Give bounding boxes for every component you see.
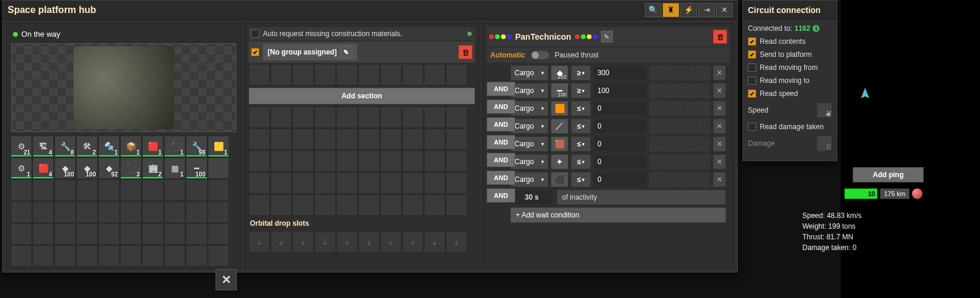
and-button[interactable]: AND: [487, 135, 515, 149]
inventory-slot[interactable]: [120, 245, 142, 267]
read-damage-checkbox[interactable]: [748, 123, 756, 131]
condition-operator-select[interactable]: ≤ ▾: [571, 101, 591, 116]
add-section-button[interactable]: Add section: [249, 88, 475, 104]
damage-signal-button[interactable]: D: [817, 136, 832, 151]
inventory-slot[interactable]: [33, 201, 54, 223]
map-view[interactable]: Add ping 10 175 km Speed: 48.83 km/s Wei…: [841, 0, 980, 298]
logistics-tree-icon[interactable]: ♜: [663, 3, 679, 17]
inventory-slot[interactable]: [208, 180, 229, 201]
request-slot[interactable]: [293, 194, 314, 216]
inventory-slot[interactable]: 📦1: [120, 136, 142, 157]
inventory-slot[interactable]: [186, 180, 207, 201]
condition-item-button[interactable]: 🟫: [551, 136, 568, 152]
edit-group-icon[interactable]: ✎: [340, 46, 352, 58]
inventory-slot[interactable]: ◆92: [98, 158, 120, 179]
request-slot[interactable]: [293, 129, 314, 150]
circuit-checkbox[interactable]: [748, 37, 756, 46]
delete-group-button[interactable]: 🗑: [458, 45, 473, 59]
condition-item-button[interactable]: ◆292: [551, 65, 568, 81]
inventory-slot[interactable]: [76, 245, 98, 267]
request-slot[interactable]: [271, 172, 292, 194]
request-slot[interactable]: [249, 107, 270, 128]
inventory-slot[interactable]: [142, 245, 163, 267]
request-slot[interactable]: [336, 107, 358, 128]
inventory-slot[interactable]: [98, 180, 120, 201]
inventory-slot[interactable]: 🟥4: [33, 158, 54, 179]
request-slot[interactable]: [336, 150, 358, 172]
condition-operator-select[interactable]: ≤ ▾: [571, 136, 591, 152]
destination-color-icon[interactable]: [575, 34, 597, 39]
condition-value-input[interactable]: 0: [593, 118, 647, 134]
close-icon[interactable]: ✕: [716, 3, 732, 17]
request-slot[interactable]: [358, 150, 380, 172]
inventory-slot[interactable]: [164, 180, 185, 201]
inventory-slot[interactable]: 🔩1: [98, 136, 120, 157]
inventory-slot[interactable]: [98, 245, 120, 267]
condition-operator-select[interactable]: ≥ ▾: [571, 83, 591, 98]
destination-planet-icon[interactable]: [912, 188, 923, 199]
inventory-slot[interactable]: [76, 223, 98, 245]
inventory-slot[interactable]: ▦1: [164, 158, 185, 179]
request-slot[interactable]: [336, 172, 358, 194]
orbital-drop-slot[interactable]: ⇣: [336, 231, 358, 252]
request-slot[interactable]: [336, 129, 358, 150]
request-slot[interactable]: [249, 172, 270, 194]
section-slot[interactable]: [446, 64, 467, 85]
request-slot[interactable]: [314, 129, 336, 150]
section-slot[interactable]: [314, 64, 336, 85]
group-chip[interactable]: [No group assigned] ✎: [263, 44, 357, 60]
remove-condition-button[interactable]: ✕: [713, 65, 726, 81]
condition-item-button[interactable]: ⬛: [551, 172, 568, 187]
and-button[interactable]: AND: [487, 188, 515, 203]
request-slot[interactable]: [249, 129, 270, 150]
inventory-slot[interactable]: [76, 201, 98, 223]
condition-value-input[interactable]: 0: [593, 154, 647, 169]
condition-value-input[interactable]: 0: [593, 172, 647, 187]
circuit-checkbox[interactable]: [748, 89, 756, 98]
condition-type-select[interactable]: Cargo ▾: [510, 154, 548, 169]
inventory-slot[interactable]: 🟨1: [208, 136, 229, 157]
remove-condition-button[interactable]: ✕: [713, 101, 726, 116]
section-slot[interactable]: [249, 64, 270, 85]
condition-item-button[interactable]: ✦: [551, 154, 568, 169]
condition-item-button[interactable]: ━100: [551, 83, 568, 98]
request-slot[interactable]: [314, 172, 336, 194]
inventory-slot[interactable]: [11, 201, 32, 223]
inventory-slot[interactable]: 🏢2: [142, 158, 163, 179]
inventory-slot[interactable]: [120, 223, 142, 245]
condition-value-input[interactable]: 0: [593, 136, 647, 152]
edit-schedule-icon[interactable]: ✎: [601, 31, 613, 43]
inventory-slot[interactable]: [11, 180, 32, 201]
inventory-slot[interactable]: [11, 223, 32, 245]
inventory-slot[interactable]: [208, 158, 229, 179]
condition-type-select[interactable]: Cargo ▾: [510, 118, 548, 134]
request-slot[interactable]: [380, 194, 401, 216]
inventory-slot[interactable]: [120, 201, 142, 223]
inventory-slot[interactable]: 🛠2: [76, 136, 98, 157]
request-slot[interactable]: [271, 129, 292, 150]
circuit-checkbox[interactable]: [748, 63, 756, 72]
request-slot[interactable]: [380, 107, 401, 128]
request-slot[interactable]: [271, 107, 292, 128]
inventory-slot[interactable]: [208, 245, 229, 267]
add-wait-condition-button[interactable]: + Add wait condition: [510, 207, 726, 223]
and-button[interactable]: AND: [487, 171, 515, 185]
section-slot[interactable]: [424, 64, 445, 85]
request-slot[interactable]: [249, 150, 270, 172]
request-slot[interactable]: [424, 172, 445, 194]
inventory-slot[interactable]: [54, 180, 76, 201]
inventory-slot[interactable]: [120, 180, 142, 201]
inventory-slot[interactable]: 🏗4: [33, 136, 54, 157]
auto-request-checkbox[interactable]: [251, 30, 259, 38]
orbital-drop-slot[interactable]: ⇣: [293, 231, 314, 252]
remove-condition-button[interactable]: ✕: [713, 118, 726, 134]
inventory-slot[interactable]: [98, 223, 120, 245]
section-slot[interactable]: [402, 64, 423, 85]
delete-schedule-button[interactable]: 🗑: [713, 30, 727, 44]
inventory-slot[interactable]: ━100: [186, 158, 207, 179]
inventory-slot[interactable]: ⚫1: [164, 136, 185, 157]
request-slot[interactable]: [358, 107, 380, 128]
inventory-slot[interactable]: [33, 245, 54, 267]
and-button[interactable]: AND: [487, 82, 515, 96]
inventory-slot[interactable]: [164, 223, 185, 245]
